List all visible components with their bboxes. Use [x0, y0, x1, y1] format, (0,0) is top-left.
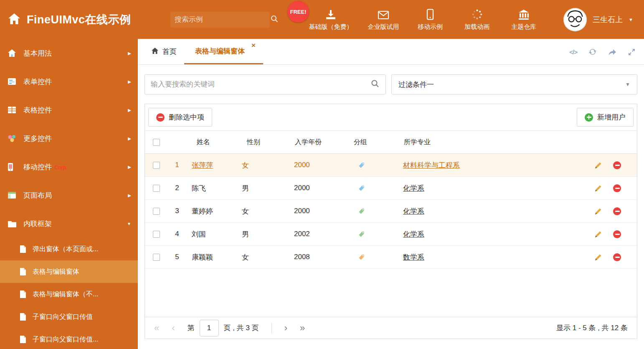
sidebar-item-more-controls[interactable]: 更多控件 ▶: [0, 124, 138, 153]
sidebar-item-grid-controls[interactable]: 表格控件 ▶: [0, 96, 138, 124]
select-all-checkbox[interactable]: [153, 139, 160, 146]
caret-down-icon: ▼: [629, 17, 633, 22]
sidebar-item-form-controls[interactable]: 表单控件 ▶: [0, 67, 138, 96]
keyword-search-box: [145, 74, 386, 94]
sidebar-item-inline-frame[interactable]: 内联框架 ▼: [0, 209, 138, 238]
edit-icon[interactable]: [594, 253, 602, 261]
last-page-icon[interactable]: »: [300, 324, 305, 333]
page-label-prefix: 第: [188, 323, 195, 333]
tag-icon: [358, 254, 365, 261]
row-checkbox[interactable]: [153, 185, 160, 192]
page-number-input[interactable]: [200, 320, 219, 336]
table-row[interactable]: 3 董婷婷 女 2000 化学系: [145, 200, 637, 223]
nav-basic-free[interactable]: 基础版（免费）: [302, 6, 360, 33]
open-new-window-icon[interactable]: [608, 48, 616, 56]
delete-row-icon[interactable]: [613, 161, 621, 169]
prev-page-icon[interactable]: ‹: [172, 324, 175, 333]
refresh-icon[interactable]: [588, 48, 597, 56]
chevron-right-icon: ▶: [128, 165, 131, 169]
table-row[interactable]: 1 张萍萍 女 2000 材料科学与工程系: [145, 154, 637, 177]
edit-icon[interactable]: [594, 161, 602, 169]
view-source-icon[interactable]: </>: [569, 48, 577, 56]
app-title: FineUIMvc在线示例: [27, 12, 131, 27]
table-empty-space: [145, 269, 637, 317]
row-checkbox[interactable]: [153, 254, 160, 261]
caret-down-icon: ▼: [625, 82, 630, 87]
free-badge: FREE!: [287, 1, 309, 23]
major-link[interactable]: 化学系: [403, 207, 424, 215]
row-checkbox[interactable]: [153, 162, 160, 169]
col-header-year: 入学年份: [289, 138, 350, 147]
major-link[interactable]: 数学系: [403, 253, 424, 261]
edit-icon[interactable]: [594, 207, 602, 215]
edit-icon[interactable]: [594, 184, 602, 192]
search-icon[interactable]: [270, 15, 279, 25]
student-name-link[interactable]: 陈飞: [192, 184, 206, 192]
sidebar-subitem-grid-edit-window-2[interactable]: 表格与编辑窗体（不...: [0, 283, 138, 306]
tab-grid-edit-window[interactable]: 表格与编辑窗体 ×: [184, 39, 263, 64]
tag-icon: [358, 162, 365, 169]
user-menu[interactable]: 三生石上 ▼: [563, 0, 633, 39]
table-header-row: 姓名 性别 入学年份 分组 所学专业: [145, 130, 637, 154]
student-name-link[interactable]: 康颖颖: [192, 253, 213, 261]
filter-dropdown[interactable]: 过滤条件一 ▼: [391, 74, 637, 94]
sidebar-subitem-grid-edit-window[interactable]: 表格与编辑窗体: [0, 260, 138, 283]
student-name-link[interactable]: 张萍萍: [192, 161, 213, 169]
tab-home[interactable]: 首页: [144, 39, 184, 64]
first-page-icon[interactable]: «: [154, 324, 159, 333]
table-row[interactable]: 4 刘国 男 2002 化学系: [145, 223, 637, 246]
chevron-right-icon: ▶: [128, 193, 131, 198]
brand[interactable]: FineUIMvc在线示例: [8, 0, 131, 39]
sidebar-item-page-layout[interactable]: 页面布局 ▶: [0, 181, 138, 209]
table-icon: [8, 105, 17, 115]
nav-loading-anim[interactable]: 加载动画: [454, 6, 500, 33]
sidebar-item-mobile-controls[interactable]: 移动控件 Corp. ▶: [0, 153, 138, 181]
major-link[interactable]: 材料科学与工程系: [403, 161, 460, 169]
col-header-name: 姓名: [187, 138, 237, 147]
delete-row-icon[interactable]: [613, 230, 621, 238]
edit-icon[interactable]: [594, 230, 602, 238]
tab-close-icon[interactable]: ×: [251, 41, 256, 50]
student-name-link[interactable]: 刘国: [192, 230, 206, 238]
filter-row: 过滤条件一 ▼: [145, 74, 637, 94]
sidebar-item-basic-usage[interactable]: 基本用法 ▶: [0, 39, 138, 67]
col-header-major: 所学专业: [400, 138, 583, 147]
sidebar-subitem-child-to-parent[interactable]: 子窗口向父窗口传值: [0, 306, 138, 328]
delete-selected-button[interactable]: 删除选中项: [148, 108, 212, 127]
tab-actions: </>: [569, 39, 636, 65]
tag-icon: [358, 208, 365, 215]
header-search-input[interactable]: [175, 15, 267, 24]
chevron-right-icon: ▶: [128, 108, 131, 112]
sidebar: 基本用法 ▶ 表单控件 ▶ 表格控件 ▶: [0, 39, 138, 349]
sidebar-subitem-child-to-parent-2[interactable]: 子窗口向父窗口传值...: [0, 328, 138, 349]
sidebar-subitem-popup-window[interactable]: 弹出窗体（本页面或...: [0, 238, 138, 260]
table-row[interactable]: 5 康颖颖 女 2008 数学系: [145, 246, 637, 269]
nav-enterprise-trial[interactable]: 企业版试用: [360, 6, 407, 33]
delete-row-icon[interactable]: [613, 184, 621, 192]
row-checkbox[interactable]: [153, 231, 160, 238]
filter-dropdown-value: 过滤条件一: [398, 80, 434, 89]
next-page-icon[interactable]: ›: [284, 324, 287, 333]
app-root: FineUIMvc在线示例 FREE! 基础版（免费） 企业版试用: [0, 0, 644, 349]
nav-mobile-demo[interactable]: 移动示例: [407, 6, 454, 33]
table-row[interactable]: 2 陈飞 男 2000 化学系: [145, 177, 637, 200]
row-checkbox[interactable]: [153, 208, 160, 215]
major-link[interactable]: 化学系: [403, 184, 424, 192]
more-controls-icon: [8, 134, 17, 143]
tabbar: 首页 表格与编辑窗体 × </>: [138, 39, 644, 65]
chevron-right-icon: ▶: [128, 51, 131, 56]
search-icon[interactable]: [370, 79, 380, 90]
major-link[interactable]: 化学系: [403, 230, 424, 238]
chevron-right-icon: ▶: [128, 79, 131, 84]
add-user-button[interactable]: 新增用户: [577, 108, 634, 127]
student-name-link[interactable]: 董婷婷: [192, 207, 213, 215]
nav-theme-repo[interactable]: 主题仓库: [500, 6, 547, 33]
page-label-total: 页 , 共 3 页: [224, 323, 259, 333]
delete-row-icon[interactable]: [613, 207, 621, 215]
col-header-group: 分组: [350, 138, 400, 147]
mobile-small-icon: [8, 162, 17, 171]
delete-row-icon[interactable]: [613, 253, 621, 261]
file-icon: [19, 313, 27, 321]
keyword-search-input[interactable]: [151, 80, 366, 89]
fullscreen-icon[interactable]: [628, 48, 636, 56]
